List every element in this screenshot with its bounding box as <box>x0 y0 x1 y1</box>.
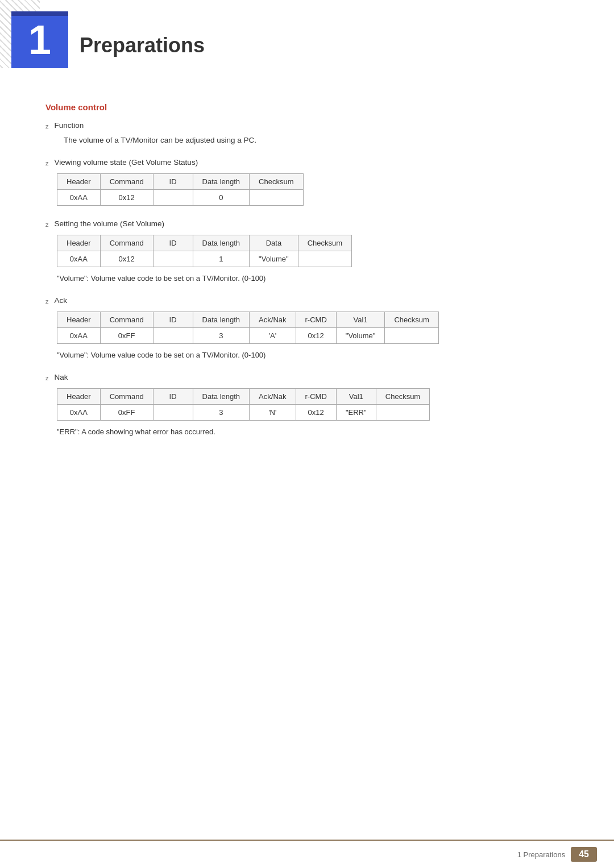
th-header-3: Header <box>57 312 101 328</box>
th-checksum-2: Checksum <box>298 235 351 251</box>
td-command-2: 0x12 <box>100 251 153 267</box>
td-header-2: 0xAA <box>57 251 101 267</box>
setting-table: Header Command ID Data length Data Check… <box>57 235 352 267</box>
ack-label: Ack <box>55 296 68 305</box>
th-header-2: Header <box>57 235 101 251</box>
chapter-number: 1 <box>11 11 68 68</box>
subsection-ack: z Ack Header Command ID Data length Ack/… <box>45 296 569 359</box>
bullet-viewing: z Viewing volume state (Get Volume Statu… <box>45 158 569 167</box>
setting-note: "Volume": Volume value code to be set on… <box>57 274 569 283</box>
viewing-table-container: Header Command ID Data length Checksum 0… <box>57 173 569 206</box>
th-command-4: Command <box>100 389 153 405</box>
th-id-2: ID <box>153 235 193 251</box>
viewing-table: Header Command ID Data length Checksum 0… <box>57 173 304 206</box>
ack-table: Header Command ID Data length Ack/Nak r-… <box>57 312 439 344</box>
bullet-setting: z Setting the volume (Set Volume) <box>45 219 569 228</box>
td-header-3: 0xAA <box>57 328 101 344</box>
td-checksum-4 <box>376 405 429 421</box>
th-command-3: Command <box>100 312 153 328</box>
nak-table: Header Command ID Data length Ack/Nak r-… <box>57 388 430 421</box>
subsection-nak: z Nak Header Command ID Data length Ack/… <box>45 373 569 436</box>
setting-label: Setting the volume (Set Volume) <box>55 219 165 228</box>
bullet-dot-function: z <box>45 123 49 130</box>
nak-note: "ERR": A code showing what error has occ… <box>57 427 569 436</box>
td-id-2 <box>153 251 193 267</box>
bullet-nak: z Nak <box>45 373 569 381</box>
footer-section-label: 1 Preparations <box>517 850 566 859</box>
viewing-label: Viewing volume state (Get Volume Status) <box>55 158 198 167</box>
th-checksum-3: Checksum <box>385 312 438 328</box>
page-header: 1 Preparations <box>0 0 614 68</box>
function-label: Function <box>55 121 84 130</box>
td-datalength-1: 0 <box>193 190 250 206</box>
td-data-2: "Volume" <box>250 251 298 267</box>
table-row: 0xAA 0x12 1 "Volume" <box>57 251 352 267</box>
td-rcmd-4: 0x12 <box>296 405 336 421</box>
td-header-1: 0xAA <box>57 190 101 206</box>
page-footer: 1 Preparations 45 <box>0 840 614 868</box>
nak-table-container: Header Command ID Data length Ack/Nak r-… <box>57 388 569 421</box>
td-command-3: 0xFF <box>100 328 153 344</box>
th-val1-4: Val1 <box>336 389 376 405</box>
th-id-4: ID <box>153 389 193 405</box>
td-acknak-4: 'N' <box>250 405 296 421</box>
td-header-4: 0xAA <box>57 405 101 421</box>
td-rcmd-3: 0x12 <box>296 328 336 344</box>
bullet-function: z Function <box>45 121 569 130</box>
td-val1-4: "ERR" <box>336 405 376 421</box>
th-header-1: Header <box>57 174 101 190</box>
bullet-dot-viewing: z <box>45 160 49 167</box>
subsection-setting: z Setting the volume (Set Volume) Header… <box>45 219 569 283</box>
td-acknak-3: 'A' <box>250 328 296 344</box>
td-checksum-1 <box>250 190 303 206</box>
th-data-2: Data <box>250 235 298 251</box>
bullet-dot-setting: z <box>45 221 49 228</box>
th-command-1: Command <box>100 174 153 190</box>
td-datalength-3: 3 <box>193 328 250 344</box>
td-command-4: 0xFF <box>100 405 153 421</box>
subsection-function: z Function The volume of a TV/Monitor ca… <box>45 121 569 144</box>
ack-note: "Volume": Volume value code to be set on… <box>57 351 569 359</box>
th-id-1: ID <box>153 174 193 190</box>
th-header-4: Header <box>57 389 101 405</box>
th-rcmd-4: r-CMD <box>296 389 336 405</box>
th-id-3: ID <box>153 312 193 328</box>
th-datalength-4: Data length <box>193 389 250 405</box>
setting-table-container: Header Command ID Data length Data Check… <box>57 235 569 267</box>
nak-label: Nak <box>55 373 68 381</box>
th-command-2: Command <box>100 235 153 251</box>
bullet-ack: z Ack <box>45 296 569 305</box>
ack-table-container: Header Command ID Data length Ack/Nak r-… <box>57 312 569 344</box>
subsection-viewing: z Viewing volume state (Get Volume Statu… <box>45 158 569 206</box>
td-id-3 <box>153 328 193 344</box>
main-content: Volume control z Function The volume of … <box>0 85 614 495</box>
th-checksum-4: Checksum <box>376 389 429 405</box>
td-id-4 <box>153 405 193 421</box>
td-id-1 <box>153 190 193 206</box>
td-datalength-4: 3 <box>193 405 250 421</box>
table-row: 0xAA 0xFF 3 'A' 0x12 "Volume" <box>57 328 439 344</box>
bullet-dot-ack: z <box>45 298 49 305</box>
th-val1-3: Val1 <box>336 312 385 328</box>
th-datalength-1: Data length <box>193 174 250 190</box>
th-checksum-1: Checksum <box>250 174 303 190</box>
th-datalength-2: Data length <box>193 235 250 251</box>
td-command-1: 0x12 <box>100 190 153 206</box>
td-datalength-2: 1 <box>193 251 250 267</box>
th-acknak-3: Ack/Nak <box>250 312 296 328</box>
section-title: Volume control <box>45 102 569 112</box>
footer-page-number: 45 <box>571 847 597 862</box>
function-description: The volume of a TV/Monitor can be adjust… <box>64 136 256 144</box>
table-row: 0xAA 0xFF 3 'N' 0x12 "ERR" <box>57 405 430 421</box>
th-acknak-4: Ack/Nak <box>250 389 296 405</box>
td-checksum-3 <box>385 328 438 344</box>
table-row: 0xAA 0x12 0 <box>57 190 304 206</box>
bullet-dot-nak: z <box>45 375 49 381</box>
th-datalength-3: Data length <box>193 312 250 328</box>
td-val1-3: "Volume" <box>336 328 385 344</box>
chapter-title: Preparations <box>80 22 205 57</box>
th-rcmd-3: r-CMD <box>296 312 336 328</box>
td-checksum-2 <box>298 251 351 267</box>
